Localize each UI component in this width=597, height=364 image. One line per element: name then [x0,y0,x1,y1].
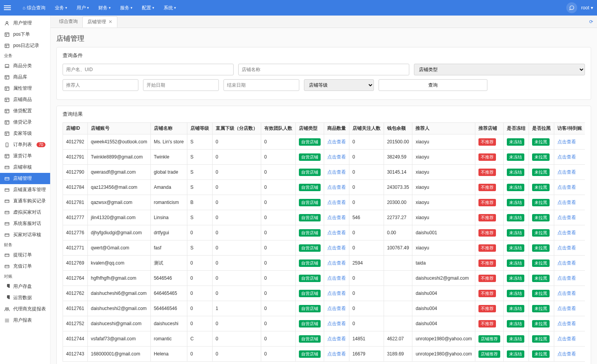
sidebar-item[interactable]: 用户管理 [0,17,50,29]
black-tag: 未拉黑 [532,184,550,191]
sidebar-item[interactable]: pos下单 [0,29,50,40]
nav-home[interactable]: ⌂ 综合查询 [19,0,49,16]
chat-icon[interactable] [566,2,577,13]
refresh-icon[interactable]: ⟳ [589,19,593,24]
visitor-link[interactable]: 点击查看 [557,336,576,341]
nav-cw[interactable]: 财务▾ [94,0,115,16]
goods-link[interactable]: 点击查看 [327,260,346,266]
visitor-link[interactable]: 点击查看 [557,154,576,160]
sidebar-item-label: pos下单 [13,31,30,38]
table-header: 店铺账号 [87,123,150,134]
user-menu[interactable]: root▾ [581,5,593,10]
shop-level-select[interactable]: 店铺等级 [304,79,374,91]
nav-pz[interactable]: 配置▾ [138,0,158,16]
visitor-link[interactable]: 点击查看 [557,291,576,296]
rec-tag: 店铺推荐 [478,335,500,343]
panel-icon [4,119,10,125]
start-date-input[interactable] [143,79,219,91]
visitor-link[interactable]: 点击查看 [557,245,576,251]
sidebar-item[interactable]: 店铺商品 [0,94,50,105]
panel-icon [4,108,10,114]
visitor-link[interactable]: 点击查看 [557,139,576,145]
goods-link[interactable]: 点击查看 [327,154,346,160]
nav-yw[interactable]: 业务▾ [51,0,71,16]
sidebar-item-label: 店铺商品 [13,96,32,103]
nav-user[interactable]: 用户▾ [73,0,93,16]
query-button[interactable]: 查询 [379,79,487,91]
sidebar-item[interactable]: 商品分类 [0,60,50,71]
goods-link[interactable]: 点击查看 [327,200,346,205]
goods-link[interactable]: 点击查看 [327,291,346,296]
sidebar-item[interactable]: 充值订单 [0,261,50,272]
frozen-tag: 未冻结 [507,320,524,327]
sidebar-item[interactable]: pos日志记录 [0,40,50,51]
sidebar-item[interactable]: 店铺直通车管理 [0,184,50,195]
tab-shop-mgmt[interactable]: 店铺管理✕ [82,16,117,28]
goods-link[interactable]: 点击查看 [327,139,346,145]
sidebar-item[interactable]: 属性管理 [0,83,50,94]
frozen-tag: 未冻结 [507,153,524,161]
sidebar-item-label: 属性管理 [13,85,32,92]
black-tag: 未拉黑 [532,260,550,267]
table-header: 是否拉黑 [529,123,554,134]
sidebar-item[interactable]: 商品库 [0,71,50,83]
sidebar-item[interactable]: 代理商充提报表 [0,303,50,315]
visitor-link[interactable]: 点击查看 [557,321,576,326]
sidebar-item[interactable]: 提现订单 [0,249,50,261]
black-tag: 未拉黑 [532,335,550,343]
sidebar-item[interactable]: 运营数据 [0,292,50,303]
close-icon[interactable]: ✕ [108,19,112,24]
rec-tag: 不推荐 [478,260,496,267]
user-input[interactable] [63,64,234,75]
visitor-link[interactable]: 点击查看 [557,169,576,175]
sidebar-item[interactable]: 直通车购买记录 [0,195,50,207]
goods-link[interactable]: 点击查看 [327,185,346,190]
goods-link[interactable]: 点击查看 [327,275,346,281]
shop-type-select[interactable]: 店铺类型 [414,64,585,75]
sidebar-item[interactable]: 借贷记录 [0,117,50,128]
goods-link[interactable]: 点击查看 [327,245,346,251]
visitor-link[interactable]: 点击查看 [557,215,576,220]
visitor-link[interactable]: 点击查看 [557,351,576,357]
visitor-link[interactable]: 点击查看 [557,275,576,281]
referrer-input[interactable] [63,79,138,91]
goods-link[interactable]: 点击查看 [327,351,346,357]
shop-name-input[interactable] [238,64,409,75]
visitor-link[interactable]: 点击查看 [557,200,576,205]
visitor-link[interactable]: 点击查看 [557,230,576,235]
visitor-link[interactable]: 点击查看 [557,185,576,190]
sidebar-item[interactable]: 退货订单 [0,150,50,162]
frozen-tag: 未冻结 [507,305,524,312]
sidebar-item[interactable]: 卖家等级 [0,128,50,139]
rec-tag: 不推荐 [478,153,496,161]
svg-rect-4 [5,44,9,47]
table-row: 4012769kvalen@qq.com测试000自营店铺点击查看2594tai… [63,256,585,271]
goods-link[interactable]: 点击查看 [327,321,346,326]
sidebar-item[interactable]: 店铺管理 [0,173,50,184]
sidebar-item[interactable]: 用户存盘 [0,281,50,292]
end-date-input[interactable] [223,79,299,91]
sidebar-item[interactable]: 订单列表70 [0,139,50,150]
table-row: 4012792qweek41552@outlook.comMs. Lin's s… [63,134,585,150]
sidebar-item[interactable]: 买家对话审核 [0,229,50,240]
tab-home[interactable]: 综合查询 [54,16,82,27]
shop-type-tag: 自营店铺 [299,275,321,282]
goods-link[interactable]: 点击查看 [327,336,346,341]
nav-fw[interactable]: 服务▾ [116,0,136,16]
sidebar-item[interactable]: 用户报表 [0,315,50,326]
visitor-link[interactable]: 点击查看 [557,260,576,266]
nav-xt[interactable]: 系统▾ [160,0,180,16]
hamburger-icon[interactable] [4,3,13,12]
sidebar-item[interactable]: 店铺审核 [0,162,50,173]
sidebar-item[interactable]: 虚拟买家对话 [0,207,50,218]
goods-link[interactable]: 点击查看 [327,306,346,311]
visitor-link[interactable]: 点击查看 [557,306,576,311]
sidebar-item[interactable]: 系统客服对话 [0,218,50,229]
sidebar-item[interactable]: 借贷配置 [0,105,50,117]
goods-link[interactable]: 点击查看 [327,230,346,235]
badge: 70 [37,142,45,147]
goods-link[interactable]: 点击查看 [327,215,346,220]
svg-rect-45 [5,254,9,256]
black-tag: 未拉黑 [532,138,550,146]
goods-link[interactable]: 点击查看 [327,169,346,175]
